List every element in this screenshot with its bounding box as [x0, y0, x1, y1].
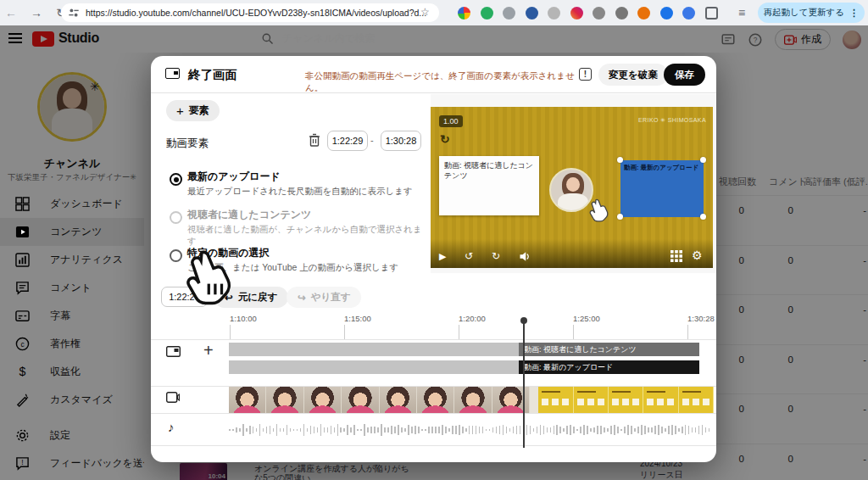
- cursor-hand-icon: [181, 249, 234, 305]
- loop-icon: ↻: [440, 132, 450, 146]
- extension-icon-1[interactable]: [481, 7, 493, 20]
- extension-icon-0[interactable]: [458, 7, 470, 20]
- handle-br[interactable]: [700, 214, 706, 220]
- extension-icon-6[interactable]: [593, 7, 605, 20]
- endscreen-bar-2[interactable]: 動画: 最新のアップロード: [229, 360, 699, 374]
- sidebar-item-monetization[interactable]: $収益化: [0, 358, 144, 386]
- plus-icon: +: [176, 103, 184, 118]
- bookmark-star-icon[interactable]: ☆: [420, 6, 432, 18]
- sidebar-item-copyright[interactable]: c著作権: [0, 330, 144, 358]
- extension-icon-8[interactable]: [637, 7, 650, 20]
- tab-list-icon[interactable]: ≡: [734, 5, 749, 20]
- sidebar-item-comments[interactable]: コメント: [0, 274, 144, 302]
- extension-icon-3[interactable]: [526, 7, 538, 20]
- browser-menu-icon[interactable]: ⋮: [849, 8, 859, 19]
- settings-icon[interactable]: ⚙: [692, 248, 703, 262]
- end-time-input[interactable]: 1:30:28: [381, 131, 421, 151]
- search-placeholder: チャンネル内で検索: [282, 31, 376, 46]
- sidebar-item-label: ダッシュボード: [50, 197, 123, 211]
- add-track-element-button[interactable]: +: [203, 341, 214, 360]
- filmstrip-thumb: [342, 387, 379, 413]
- browser-chrome: ← → ↻ https://studio.youtube.com/channel…: [0, 0, 868, 25]
- sidebar-item-settings[interactable]: 設定: [0, 421, 144, 449]
- feedback-icon[interactable]: [721, 32, 736, 47]
- sidebar-item-dashboard[interactable]: ダッシュボード: [0, 190, 144, 218]
- ruler-label: 1:30:28: [687, 314, 715, 323]
- start-time-input[interactable]: 1:22:29: [327, 131, 368, 151]
- option-2[interactable]: 視聴者に適したコンテンツ視聴者に適した動画が、チャンネルから自動で選択されます: [168, 208, 422, 248]
- relaunch-update-button[interactable]: 再起動して更新する ⋮: [758, 3, 865, 23]
- url-bar[interactable]: https://studio.youtube.com/channel/UCU-E…: [61, 3, 439, 22]
- report-icon[interactable]: !: [579, 68, 592, 81]
- save-button[interactable]: 保存: [664, 64, 705, 86]
- radio-button[interactable]: [170, 211, 182, 224]
- svg-text:?: ?: [754, 36, 758, 44]
- volume-icon[interactable]: [519, 251, 531, 262]
- time-range-dash: -: [370, 135, 374, 145]
- sidebar-item-customization[interactable]: カスタマイズ: [0, 386, 144, 414]
- search-icon: [261, 32, 274, 45]
- back-icon[interactable]: ←: [3, 5, 19, 20]
- site-settings-icon[interactable]: [68, 7, 80, 19]
- sidebar-item-feedback[interactable]: !フィードバックを送信: [0, 449, 144, 477]
- relaunch-update-label: 再起動して更新する: [764, 7, 844, 19]
- undo-label: 元に戻す: [238, 291, 278, 304]
- playhead[interactable]: [523, 319, 525, 448]
- element-latest-upload[interactable]: 動画: 最新のアップロード: [620, 160, 704, 217]
- handle-tl[interactable]: [617, 157, 623, 163]
- element-suited-content[interactable]: 動画: 視聴者に適したコンテンツ: [439, 156, 539, 215]
- video-preview[interactable]: 1.00 ↻ ERIKO ✳ SHIMOSAKA 動画: 視聴者に適したコンテン…: [431, 107, 713, 268]
- extension-icon-2[interactable]: [503, 7, 515, 20]
- redo-button[interactable]: ↪ やり直す: [287, 287, 361, 308]
- sidebar-item-label: 設定: [50, 428, 70, 443]
- add-element-label: 要素: [189, 103, 209, 118]
- radio-button[interactable]: [170, 173, 182, 186]
- youtube-logo[interactable]: [32, 31, 54, 47]
- radio-button[interactable]: [170, 249, 182, 262]
- extension-icon-10[interactable]: [682, 7, 695, 20]
- extension-icon-4[interactable]: [548, 7, 560, 20]
- channel-search[interactable]: チャンネル内で検索: [261, 31, 376, 46]
- filmstrip-thumb-endscreen: [679, 387, 714, 413]
- extension-icon-11[interactable]: [705, 7, 718, 20]
- video-filmstrip[interactable]: [229, 387, 714, 413]
- sidebar: ✳ チャンネル 下坂栄里子・ファネルデザイナー✳ ダッシュボードコンテンツアナリ…: [0, 53, 144, 480]
- extension-icon-7[interactable]: [615, 7, 628, 20]
- extension-icon-9[interactable]: [660, 7, 673, 20]
- rewind-10-icon[interactable]: ↺: [465, 250, 473, 262]
- avatar-star-icon: ✳: [90, 80, 100, 93]
- end-screen-dialog: 終了画面 非公開動画の動画再生ページでは、終了画面の要素が表示されません。 ! …: [151, 56, 716, 462]
- forward-10-icon[interactable]: ↻: [492, 250, 500, 262]
- warning-text: 非公開動画の動画再生ページでは、終了画面の要素が表示されません。: [305, 70, 585, 94]
- extension-icon-5[interactable]: [570, 7, 583, 20]
- handle-bl[interactable]: [617, 214, 623, 220]
- sidebar-item-label: アナリティクス: [50, 253, 123, 267]
- menu-icon[interactable]: [8, 33, 22, 43]
- grid-icon[interactable]: [670, 250, 682, 262]
- player-controls: ▶ ↺ ↻ ⚙: [431, 239, 713, 268]
- option-1[interactable]: 最新のアップロード最近アップロードされた長尺動画を自動的に表示します: [168, 170, 422, 198]
- dialog-header: 終了画面 非公開動画の動画再生ページでは、終了画面の要素が表示されません。 ! …: [151, 56, 716, 93]
- delete-icon[interactable]: [309, 133, 320, 147]
- sidebar-item-content[interactable]: コンテンツ: [0, 218, 144, 246]
- create-button[interactable]: 作成: [775, 29, 831, 50]
- add-element-button[interactable]: + 要素: [166, 100, 220, 121]
- studio-brand[interactable]: Studio: [58, 31, 99, 46]
- forward-icon[interactable]: →: [29, 5, 44, 20]
- col-views: 視聴回数: [719, 176, 756, 188]
- audio-waveform[interactable]: [229, 416, 714, 444]
- account-avatar[interactable]: [843, 31, 861, 49]
- discard-button[interactable]: 変更を破棄: [598, 64, 668, 86]
- svg-text:$: $: [19, 365, 26, 378]
- sidebar-item-analytics[interactable]: アナリティクス: [0, 246, 144, 274]
- timeline-ruler[interactable]: 1:10:001:15:001:20:001:25:001:30:28: [151, 312, 716, 339]
- end-screen-icon: [165, 68, 180, 79]
- play-icon[interactable]: ▶: [439, 251, 446, 262]
- help-icon[interactable]: ?: [748, 32, 763, 47]
- sidebar-item-subtitles[interactable]: 字幕: [0, 302, 144, 330]
- preview-panel: 1.00 ↻ ERIKO ✳ SHIMOSAKA 動画: 視聴者に適したコンテン…: [431, 94, 716, 273]
- filmstrip-thumb-endscreen: [574, 387, 609, 413]
- endscreen-bar-1[interactable]: 動画: 視聴者に適したコンテンツ: [229, 343, 699, 356]
- handle-tr[interactable]: [700, 157, 706, 163]
- sidebar-item-label: フィードバックを送信: [50, 456, 144, 471]
